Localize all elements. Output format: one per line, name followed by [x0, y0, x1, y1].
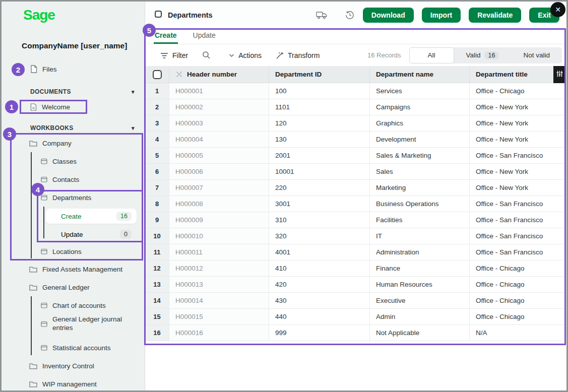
tab-update[interactable]: Update — [192, 28, 217, 44]
cell-header-number[interactable]: H000013 — [169, 277, 269, 292]
column-header-header-number[interactable]: Header number — [169, 66, 269, 83]
cell-department-title[interactable]: Office - San Francisco — [470, 148, 566, 163]
select-all-checkbox[interactable] — [153, 70, 162, 79]
cell-header-number[interactable]: H000001 — [169, 83, 269, 99]
cell-header-number[interactable]: H000005 — [169, 148, 269, 163]
download-button[interactable]: Download — [363, 8, 414, 23]
cell-department-id[interactable]: 410 — [269, 260, 370, 276]
cell-department-name[interactable]: Sales — [370, 164, 470, 179]
column-header-department-title[interactable]: Department title — [470, 66, 566, 83]
cell-header-number[interactable]: H000007 — [169, 180, 269, 195]
revalidate-button[interactable]: Revalidate — [469, 8, 521, 23]
cell-department-id[interactable]: 10001 — [269, 164, 370, 179]
cell-department-id[interactable]: 999 — [269, 325, 370, 341]
cell-department-title[interactable]: Office - Chicago — [470, 277, 566, 292]
cell-department-name[interactable]: Human Resources — [370, 277, 470, 292]
cell-header-number[interactable]: H000010 — [169, 228, 269, 244]
cell-department-id[interactable]: 1101 — [269, 99, 370, 115]
chevron-down-icon[interactable]: ▾ — [132, 89, 135, 95]
segment-valid[interactable]: Valid 16 — [454, 47, 512, 63]
cell-department-name[interactable]: Business Operations — [370, 196, 470, 212]
cell-header-number[interactable]: H000009 — [169, 212, 269, 228]
cell-department-name[interactable]: Campaigns — [370, 99, 470, 115]
column-header-department-id[interactable]: Department ID — [269, 66, 370, 83]
sidebar-item-general-ledger[interactable]: General Ledger — [2, 280, 145, 294]
cell-department-name[interactable]: Executive — [370, 293, 470, 308]
cell-header-number[interactable]: H000011 — [169, 244, 269, 260]
close-button[interactable]: ✕ — [550, 2, 565, 17]
cell-department-id[interactable]: 130 — [269, 132, 370, 147]
cell-department-title[interactable]: Office - New York — [470, 164, 566, 179]
cell-department-title[interactable]: Office - San Francisco — [470, 212, 566, 228]
cell-department-title[interactable]: N/A — [470, 325, 566, 341]
cell-header-number[interactable]: H000006 — [169, 164, 269, 179]
segment-all[interactable]: All — [409, 47, 454, 63]
cell-header-number[interactable]: H000016 — [169, 325, 269, 341]
sidebar-item-contacts[interactable]: Contacts — [2, 172, 145, 186]
cell-department-name[interactable]: Graphics — [370, 115, 470, 131]
sidebar-item-departments[interactable]: Departments — [2, 190, 145, 205]
cell-department-title[interactable]: Office - Chicago — [470, 309, 566, 324]
cell-department-id[interactable]: 100 — [269, 83, 370, 99]
search-button[interactable] — [202, 51, 215, 59]
import-button[interactable]: Import — [422, 8, 461, 23]
cell-department-name[interactable]: Administration — [370, 244, 470, 260]
cell-department-id[interactable]: 2001 — [269, 148, 370, 163]
actions-button[interactable]: Actions — [229, 51, 262, 59]
cell-department-title[interactable]: Office - Chicago — [470, 293, 566, 308]
cell-department-id[interactable]: 320 — [269, 228, 370, 244]
sidebar-item-create[interactable]: Create 16 — [46, 209, 137, 224]
sidebar-item-company[interactable]: Company — [2, 136, 145, 150]
cell-department-title[interactable]: Office - Chicago — [470, 260, 566, 276]
history-icon[interactable] — [345, 10, 355, 20]
sidebar-item-files[interactable]: Files — [2, 62, 145, 76]
cell-department-id[interactable]: 420 — [269, 277, 370, 292]
cell-department-name[interactable]: IT — [370, 228, 470, 244]
cell-department-name[interactable]: Marketing — [370, 180, 470, 195]
segment-not-valid[interactable]: Not valid — [511, 47, 562, 63]
sidebar-item-welcome[interactable]: Welcome — [2, 100, 145, 114]
cell-department-title[interactable]: Office - New York — [470, 99, 566, 115]
section-documents[interactable]: DOCUMENTS ▾ — [30, 86, 135, 97]
cell-header-number[interactable]: H000003 — [169, 115, 269, 131]
cell-header-number[interactable]: H000012 — [169, 260, 269, 276]
delivery-truck-icon[interactable] — [316, 11, 328, 19]
cell-header-number[interactable]: H000002 — [169, 99, 269, 115]
cell-department-id[interactable]: 4001 — [269, 244, 370, 260]
sidebar-item-update[interactable]: Update 0 — [46, 227, 137, 242]
column-header-department-name[interactable]: Department name — [370, 66, 470, 83]
cell-department-title[interactable]: Office - New York — [470, 132, 566, 147]
sidebar-item-fixed-assets[interactable]: Fixed Assets Management — [2, 262, 145, 276]
cell-department-name[interactable]: Services — [370, 83, 470, 99]
cell-header-number[interactable]: H000008 — [169, 196, 269, 212]
cell-department-id[interactable]: 3001 — [269, 196, 370, 212]
cell-department-title[interactable]: Office - San Francisco — [470, 196, 566, 212]
cell-department-name[interactable]: Development — [370, 132, 470, 147]
tab-create[interactable]: Create — [154, 28, 178, 44]
section-workbooks[interactable]: WORKBOOKS ▾ — [30, 122, 135, 134]
cell-department-id[interactable]: 440 — [269, 309, 370, 324]
cell-department-id[interactable]: 310 — [269, 212, 370, 228]
chevron-down-icon[interactable]: ▾ — [132, 125, 135, 132]
filter-button[interactable]: Filter — [160, 51, 188, 59]
cell-department-name[interactable]: Finance — [370, 260, 470, 276]
cell-department-name[interactable]: Not Applicable — [370, 325, 470, 341]
cell-department-title[interactable]: Office - Chicago — [470, 83, 566, 99]
cell-header-number[interactable]: H000015 — [169, 309, 269, 324]
cell-header-number[interactable]: H000014 — [169, 293, 269, 308]
cell-department-id[interactable]: 120 — [269, 115, 370, 131]
sidebar-item-gl-journal-entries[interactable]: General Ledger journal entries — [2, 313, 145, 335]
cell-department-title[interactable]: Office - San Francisco — [470, 244, 566, 260]
sidebar-item-statistical-accounts[interactable]: Statistical accounts — [2, 341, 145, 355]
sidebar-item-classes[interactable]: Classes — [2, 154, 145, 168]
cell-department-id[interactable]: 430 — [269, 293, 370, 308]
sidebar-item-locations[interactable]: Locations — [2, 244, 145, 258]
cell-department-title[interactable]: Office - New York — [470, 115, 566, 131]
column-settings-button[interactable] — [553, 66, 566, 83]
cell-header-number[interactable]: H000004 — [169, 132, 269, 147]
cell-department-title[interactable]: Office - San Francisco — [470, 228, 566, 244]
transform-button[interactable]: Transform — [276, 51, 320, 59]
sidebar-item-wip-management[interactable]: WIP management — [2, 377, 145, 391]
sidebar-item-chart-of-accounts[interactable]: Chart of accounts — [2, 298, 145, 312]
cell-department-name[interactable]: Facilities — [370, 212, 470, 228]
